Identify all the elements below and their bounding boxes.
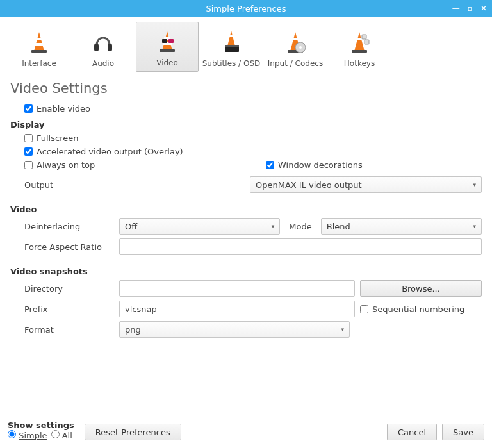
tab-label: Audio [92,59,114,68]
tab-audio[interactable]: Audio [72,22,135,72]
snapshots-heading: Video snapshots [10,267,482,276]
close-icon[interactable]: ✕ [480,4,487,12]
far-input[interactable] [119,238,482,255]
tab-label: Input / Codecs [268,59,323,68]
accelerated-input[interactable] [24,147,33,156]
all-radio[interactable]: All [51,430,72,440]
chevron-down-icon: ▾ [473,181,476,188]
mode-label: Mode [285,222,315,231]
tab-input-codecs[interactable]: Input / Codecs [264,22,327,72]
cone-disc-icon [281,28,309,56]
svg-point-20 [299,46,302,49]
svg-rect-13 [227,35,235,37]
far-label: Force Aspect Ratio [24,242,114,252]
cone-headphones-icon [89,28,117,56]
deinterlacing-label: Deinterlacing [24,222,114,231]
sequential-checkbox[interactable]: Sequential numbering [360,304,482,314]
reset-preferences-button[interactable]: Reset Preferences [85,424,181,440]
svg-rect-11 [168,39,174,43]
minimize-icon[interactable]: — [452,4,460,12]
tab-hotkeys[interactable]: Hotkeys [328,22,391,72]
simple-radio[interactable]: Simple [8,430,47,440]
directory-input[interactable] [119,280,355,297]
show-settings-label: Show settings [8,420,74,430]
output-combo[interactable]: OpenMAX IL video output ▾ [250,176,482,193]
titlebar: Simple Preferences — ▫ ✕ [0,0,492,17]
fullscreen-checkbox[interactable]: Fullscreen [24,133,78,143]
svg-rect-4 [94,44,99,51]
svg-rect-23 [352,50,367,53]
prefix-input[interactable]: vlcsnap- [119,301,355,317]
page-title: Video Settings [10,81,482,96]
svg-rect-2 [35,43,44,46]
svg-rect-1 [36,38,42,40]
chevron-down-icon: ▾ [272,223,275,229]
deinterlacing-combo[interactable]: Off ▾ [119,218,280,235]
tab-interface[interactable]: Interface [8,22,70,72]
svg-rect-10 [162,39,167,43]
svg-rect-24 [362,35,366,39]
format-label: Format [24,325,114,335]
svg-rect-25 [365,40,369,44]
enable-video-input[interactable] [24,104,33,113]
tab-label: Hotkeys [344,59,375,68]
mode-combo[interactable]: Blend ▾ [321,218,482,235]
cone-icon [25,28,53,56]
directory-label: Directory [24,284,114,294]
window-decorations-input[interactable] [266,161,274,169]
category-tabs: Interface Audio Video Subtitles / OSD In… [0,17,492,72]
svg-rect-5 [108,44,112,51]
tab-label: Interface [22,59,56,68]
format-combo[interactable]: png ▾ [119,321,350,338]
always-on-top-input[interactable] [24,161,33,169]
tab-label: Subtitles / OSD [202,59,261,68]
tab-subtitles[interactable]: Subtitles / OSD [200,22,263,72]
video-heading: Video [10,204,482,214]
output-label: Output [24,180,245,190]
window-title: Simple Preferences [0,4,492,13]
svg-rect-9 [160,49,175,52]
tab-label: Video [156,58,178,67]
cone-clapper-icon [217,28,245,56]
enable-video-checkbox[interactable]: Enable video [24,104,482,113]
display-heading: Display [10,120,482,129]
tab-video[interactable]: Video [136,22,199,72]
svg-marker-12 [227,31,235,46]
always-on-top-checkbox[interactable]: Always on top [24,160,240,170]
chevron-down-icon: ▾ [473,223,476,229]
prefix-label: Prefix [24,304,114,314]
maximize-icon[interactable]: ▫ [468,4,473,12]
svg-marker-0 [34,32,44,51]
cone-keys-icon [345,28,373,56]
cone-glasses-icon [153,28,181,56]
chevron-down-icon: ▾ [341,326,344,333]
browse-button[interactable]: Browse... [360,280,482,297]
footer: Show settings Simple All Reset Preferenc… [0,417,492,448]
accelerated-checkbox[interactable]: Accelerated video output (Overlay) [24,147,183,156]
save-button[interactable]: Save [442,424,484,440]
cancel-button[interactable]: Cancel [387,424,437,440]
svg-rect-17 [292,38,299,40]
fullscreen-input[interactable] [24,134,33,142]
window-decorations-checkbox[interactable]: Window decorations [266,160,482,170]
sequential-input[interactable] [360,305,368,313]
svg-rect-15 [225,45,239,47]
svg-rect-3 [31,50,47,53]
